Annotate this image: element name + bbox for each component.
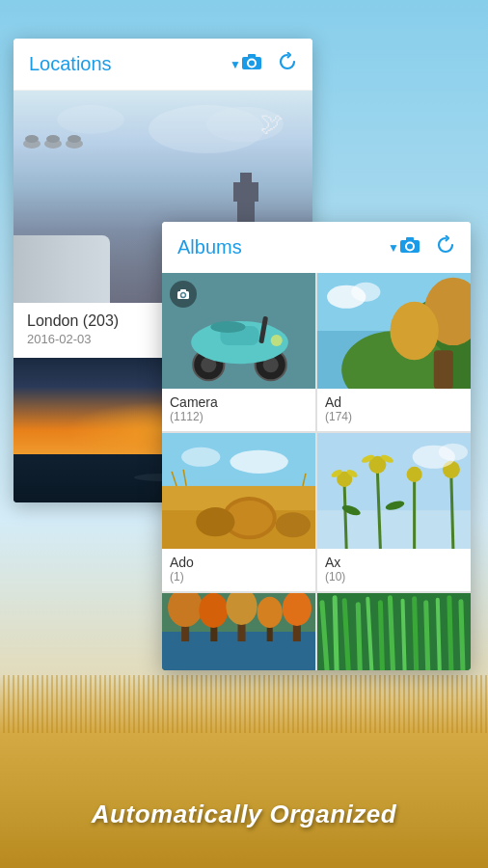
- locations-camera-icon[interactable]: [241, 53, 262, 75]
- albums-header-icons: [399, 235, 455, 259]
- svg-point-39: [196, 507, 234, 536]
- svg-line-83: [415, 599, 417, 670]
- svg-rect-28: [434, 350, 453, 389]
- svg-rect-7: [406, 237, 414, 242]
- wheat-field: [0, 675, 488, 868]
- albums-dropdown-icon[interactable]: ▼: [388, 241, 399, 255]
- albums-card: Albums ▼: [162, 222, 471, 670]
- ad-name: Ad: [325, 394, 463, 410]
- svg-point-17: [210, 321, 245, 333]
- album-item-ax[interactable]: Ax (10): [317, 433, 471, 591]
- locations-header: Locations ▼: [14, 39, 312, 91]
- svg-point-61: [439, 444, 468, 461]
- album-item-ad[interactable]: Ad (174): [317, 273, 471, 431]
- ad-label: Ad (174): [317, 389, 471, 431]
- album-item-partial2[interactable]: [317, 593, 471, 670]
- locations-dropdown-icon[interactable]: ▼: [230, 58, 241, 71]
- svg-line-87: [461, 602, 463, 670]
- ax-name: Ax: [325, 555, 463, 570]
- albums-camera-icon[interactable]: [399, 236, 420, 258]
- svg-line-76: [335, 598, 337, 670]
- svg-line-86: [449, 598, 451, 670]
- camera-thumbnail: [162, 273, 315, 389]
- locations-title: Locations: [29, 53, 224, 75]
- svg-line-85: [438, 600, 440, 670]
- albums-header: Albums ▼: [162, 222, 471, 273]
- locations-header-icons: [241, 52, 297, 76]
- partial2-thumbnail: [317, 593, 471, 670]
- svg-rect-20: [180, 289, 186, 292]
- ax-thumbnail: [317, 433, 471, 549]
- camera-album-icon: [170, 281, 197, 308]
- svg-point-30: [351, 283, 380, 302]
- albums-title: Albums: [177, 236, 382, 258]
- ado-label: Ado (1): [162, 549, 315, 591]
- svg-point-55: [407, 467, 422, 482]
- svg-line-80: [380, 603, 382, 670]
- svg-point-27: [390, 302, 438, 360]
- svg-rect-1: [248, 54, 256, 59]
- bottom-tagline: Automatically Organized: [0, 800, 488, 829]
- album-item-partial1[interactable]: [162, 593, 315, 670]
- album-item-camera[interactable]: Camera (1112): [162, 273, 315, 431]
- camera-count: (1112): [170, 410, 308, 423]
- ad-count: (174): [325, 410, 463, 423]
- partial1-thumbnail: [162, 593, 315, 670]
- svg-point-40: [276, 512, 311, 537]
- ax-label: Ax (10): [317, 549, 471, 591]
- svg-point-4: [206, 107, 284, 142]
- svg-point-67: [199, 593, 228, 628]
- svg-point-18: [271, 335, 283, 346]
- svg-line-84: [426, 603, 428, 670]
- ax-count: (10): [325, 570, 463, 583]
- camera-label: Camera (1112): [162, 389, 315, 431]
- svg-line-81: [390, 598, 393, 670]
- ado-name: Ado: [170, 555, 308, 570]
- svg-line-78: [358, 605, 360, 670]
- albums-grid: Camera (1112): [162, 273, 471, 670]
- camera-name: Camera: [170, 394, 308, 410]
- ado-thumbnail: [162, 433, 315, 549]
- svg-line-46: [344, 486, 346, 549]
- svg-point-71: [258, 597, 283, 628]
- svg-line-82: [403, 601, 405, 670]
- ad-thumbnail: [317, 273, 471, 389]
- ado-count: (1): [170, 570, 308, 583]
- albums-refresh-icon[interactable]: [436, 235, 455, 259]
- svg-point-34: [181, 448, 220, 467]
- svg-line-56: [451, 476, 453, 549]
- locations-refresh-icon[interactable]: [278, 52, 297, 76]
- album-item-ado[interactable]: Ado (1): [162, 433, 315, 591]
- svg-point-5: [57, 105, 124, 134]
- svg-point-33: [230, 450, 287, 474]
